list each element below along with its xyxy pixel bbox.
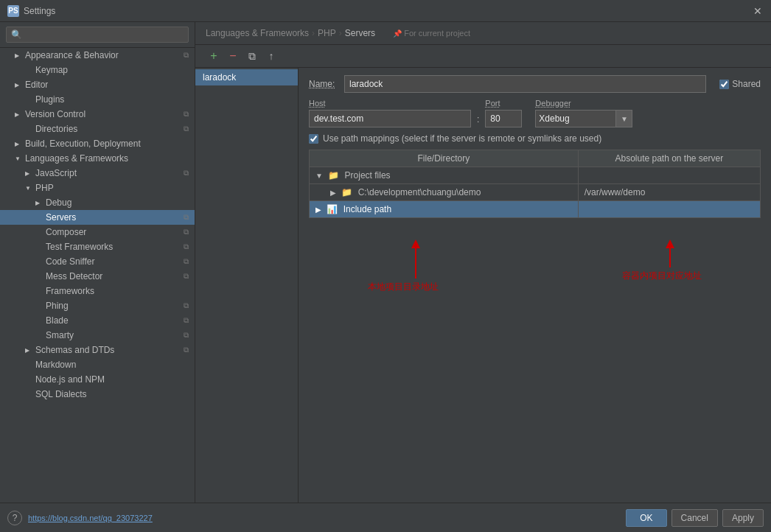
arrow-icon: ▼ [25, 185, 32, 192]
sidebar-item-blade[interactable]: Blade ⧉ [0, 313, 195, 328]
sidebar-item-label: Mess Detector [46, 271, 102, 281]
copy-icon: ⧉ [184, 242, 189, 251]
project-files-label: Project files [345, 170, 391, 181]
select-arrow-icon[interactable]: ▼ [616, 110, 632, 127]
close-button[interactable]: ✕ [752, 5, 764, 17]
window-title: Settings [24, 6, 55, 16]
arrow-icon: ▶ [15, 141, 22, 147]
debugger-select[interactable]: Xdebug Zend Debugger [535, 110, 616, 127]
shared-checkbox-group: Shared [719, 79, 761, 89]
name-input[interactable] [344, 75, 706, 93]
bottom-left: ? https://blog.csdn.net/qq_23073227 [7, 511, 153, 525]
sidebar-item-editor[interactable]: ▶ Editor [0, 77, 195, 92]
breadcrumb-note: 📌 For current project [393, 29, 470, 38]
help-icon: ? [13, 513, 18, 523]
sidebar-item-label: Phing [46, 301, 69, 311]
expand-icon[interactable]: ▼ [315, 172, 323, 180]
search-bar [0, 22, 195, 48]
svg-text:本地项目目录地址: 本地项目目录地址 [368, 281, 439, 292]
copy-icon: ⧉ [184, 110, 189, 119]
sidebar-item-markdown[interactable]: Markdown [0, 357, 195, 372]
expand-icon[interactable]: ▶ [315, 206, 321, 214]
arrow-icon: ▶ [25, 170, 32, 177]
bottom-bar: ? https://blog.csdn.net/qq_23073227 OK C… [0, 503, 771, 532]
add-server-button[interactable]: + [206, 48, 222, 64]
copy-icon: ⧉ [184, 331, 189, 340]
help-button[interactable]: ? [7, 511, 22, 525]
sidebar-item-sql[interactable]: SQL Dialects [0, 387, 195, 402]
search-input[interactable] [6, 27, 189, 43]
sidebar-item-label: JavaScript [35, 168, 77, 178]
table-row-project-files[interactable]: ▼ 📁 Project files [310, 167, 761, 184]
arrow-icon: ▼ [15, 155, 22, 162]
copy-icon: ⧉ [184, 169, 189, 178]
sidebar-item-php[interactable]: ▼ PHP [0, 181, 195, 195]
table-row-demo[interactable]: ▶ 📁 C:\development\chuangu\demo /var/www… [310, 184, 761, 201]
apply-button[interactable]: Apply [722, 509, 764, 527]
col-file-header: File/Directory [310, 150, 579, 167]
mappings-table: File/Directory Absolute path on the serv… [309, 150, 761, 218]
port-input[interactable] [485, 110, 522, 127]
server-name: laradock [203, 72, 236, 83]
sidebar-item-appearance[interactable]: ▶ Appearance & Behavior ⧉ [0, 48, 195, 63]
include-path-label: Include path [343, 204, 391, 214]
shared-label: Shared [732, 79, 761, 89]
project-files-remote [578, 167, 760, 184]
path-mappings-checkbox[interactable] [309, 134, 318, 144]
sidebar-item-label: Frameworks [46, 286, 94, 296]
server-config: Name: Shared Host : Port [299, 68, 771, 503]
sidebar-item-frameworks[interactable]: Frameworks [0, 284, 195, 298]
sidebar-item-schemas[interactable]: ▶ Schemas and DTDs ⧉ [0, 343, 195, 357]
sidebar-item-label: Version Control [25, 109, 86, 119]
sidebar-item-composer[interactable]: Composer ⧉ [0, 225, 195, 239]
host-input[interactable] [309, 110, 471, 127]
server-item-laradock[interactable]: laradock [195, 69, 298, 85]
path-mappings-checkbox-group: Use path mappings (select if the server … [309, 133, 761, 144]
project-files-cell: ▼ 📁 Project files [310, 167, 579, 184]
mappings-container: File/Directory Absolute path on the serv… [309, 150, 761, 218]
sidebar-item-servers[interactable]: Servers ⧉ [0, 210, 195, 225]
copy-icon: ⧉ [184, 125, 189, 133]
remove-server-button[interactable]: − [225, 48, 241, 64]
name-label: Name: [309, 79, 338, 89]
sidebar-item-label: Markdown [35, 360, 76, 370]
host-group: Host [309, 99, 471, 127]
sidebar-item-test-frameworks[interactable]: Test Frameworks ⧉ [0, 239, 195, 254]
sidebar-item-plugins[interactable]: Plugins [0, 92, 195, 107]
debugger-group: Debugger Xdebug Zend Debugger ▼ [535, 99, 632, 127]
table-row-include-path[interactable]: ▶ 📊 Include path [310, 201, 761, 218]
copy-server-button[interactable]: ⧉ [244, 48, 260, 64]
title-bar-left: PS Settings [7, 5, 55, 17]
sidebar-item-code-sniffer[interactable]: Code Sniffer ⧉ [0, 254, 195, 269]
bottom-url[interactable]: https://blog.csdn.net/qq_23073227 [28, 514, 153, 522]
sidebar-item-keymap[interactable]: Keymap [0, 63, 195, 77]
sidebar-item-debug[interactable]: ▶ Debug [0, 195, 195, 210]
debugger-label: Debugger [535, 99, 632, 108]
server-toolbar: + − ⧉ ↑ [195, 45, 771, 68]
sidebar-item-smarty[interactable]: Smarty ⧉ [0, 328, 195, 343]
sidebar-item-languages[interactable]: ▼ Languages & Frameworks [0, 151, 195, 166]
sidebar-item-label: Schemas and DTDs [35, 345, 114, 355]
svg-text:容器内项目对应地址: 容器内项目对应地址 [622, 270, 702, 281]
sidebar-item-build[interactable]: ▶ Build, Execution, Deployment [0, 136, 195, 151]
col-absolute-header: Absolute path on the server [578, 150, 760, 167]
move-up-server-button[interactable]: ↑ [263, 48, 279, 64]
include-path-cell: ▶ 📊 Include path [310, 201, 579, 218]
path-mappings-label: Use path mappings (select if the server … [323, 133, 601, 144]
sidebar: ▶ Appearance & Behavior ⧉ Keymap ▶ Edito… [0, 22, 195, 503]
breadcrumb-lang: Languages & Frameworks [206, 28, 309, 38]
sidebar-item-directories[interactable]: Directories ⧉ [0, 122, 195, 136]
cancel-button[interactable]: Cancel [671, 509, 718, 527]
sidebar-item-phing[interactable]: Phing ⧉ [0, 298, 195, 313]
arrow-icon: ▶ [15, 52, 22, 59]
ok-button[interactable]: OK [626, 509, 666, 527]
sidebar-item-vcs[interactable]: ▶ Version Control ⧉ [0, 107, 195, 122]
expand-icon[interactable]: ▶ [330, 189, 336, 197]
sidebar-item-label: Blade [46, 315, 69, 326]
sidebar-item-label: Editor [25, 80, 48, 90]
sidebar-item-nodejs[interactable]: Node.js and NPM [0, 372, 195, 387]
sidebar-item-mess-detector[interactable]: Mess Detector ⧉ [0, 269, 195, 284]
sidebar-item-javascript[interactable]: ▶ JavaScript ⧉ [0, 166, 195, 181]
copy-icon: ⧉ [184, 213, 189, 222]
shared-checkbox[interactable] [719, 80, 729, 89]
